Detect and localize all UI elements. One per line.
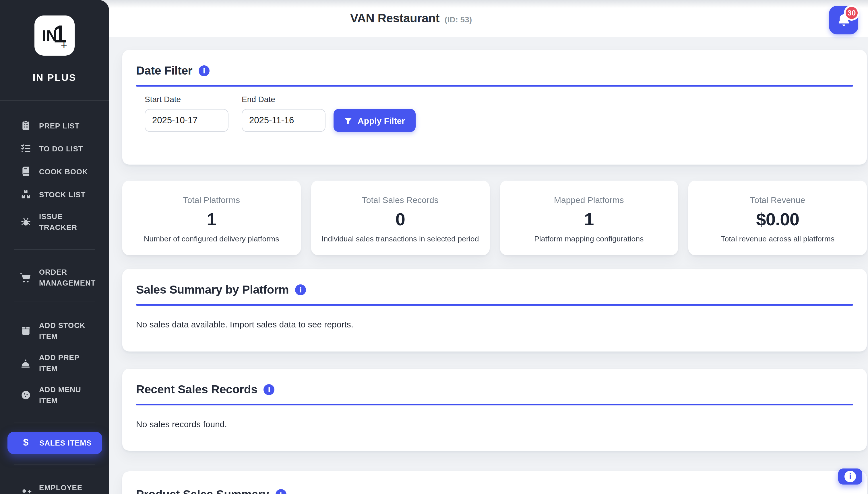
logo-plus: +: [61, 39, 67, 52]
brand-name: IN PLUS: [33, 72, 76, 84]
recent-sales-empty-text: No sales records found.: [136, 419, 853, 429]
sidebar-item-label: ISSUE TRACKER: [39, 211, 99, 233]
notifications-button[interactable]: 30: [829, 6, 858, 34]
sidebar-item-add-stock-item[interactable]: ADD STOCK ITEM: [0, 315, 109, 347]
stat-label: Total Revenue: [750, 195, 805, 205]
title-underline: [136, 85, 853, 87]
app-root: VAN Restaurant (ID: 53) 30 Date Filter i: [0, 0, 868, 494]
stat-description: Platform mapping configurations: [534, 234, 644, 243]
stat-label: Total Sales Records: [362, 195, 439, 205]
stat-label: Total Platforms: [183, 195, 240, 205]
stat-value: 0: [396, 209, 405, 230]
sidebar-item-stock-list[interactable]: STOCK LIST: [0, 183, 109, 206]
info-icon: i: [845, 471, 856, 482]
stat-value: 1: [584, 209, 594, 230]
divider: [14, 249, 95, 250]
stat-value: 1: [207, 209, 216, 230]
sidebar-item-label: EMPLOYEE MANAGEMENT: [39, 482, 99, 494]
sidebar-item-label: ORDER MANAGEMENT: [39, 267, 99, 288]
recent-sales-title: Recent Sales Records: [136, 382, 257, 396]
info-icon[interactable]: i: [264, 384, 275, 395]
sidebar-item-employee-management[interactable]: EMPLOYEE MANAGEMENT: [0, 477, 109, 494]
sidebar-item-label: STOCK LIST: [39, 189, 99, 200]
title-underline: [136, 304, 853, 306]
list-check-icon: [19, 143, 32, 154]
sidebar-item-prep-list[interactable]: PREP LIST: [0, 114, 109, 137]
stat-card-total-revenue: Total Revenue $0.00 Total revenue across…: [689, 180, 867, 255]
cookie-icon: [19, 390, 32, 401]
end-date-input[interactable]: [242, 109, 325, 132]
stat-description: Total revenue across all platforms: [721, 234, 834, 243]
stat-description: Number of configured delivery platforms: [144, 234, 279, 243]
sidebar-item-label: COOK BOOK: [39, 166, 99, 177]
top-header: VAN Restaurant (ID: 53) 30: [0, 0, 868, 37]
info-fab[interactable]: i: [838, 468, 862, 484]
app-logo[interactable]: IN 1 +: [34, 16, 75, 56]
restaurant-name: VAN Restaurant: [350, 12, 439, 25]
sidebar-item-label: ADD PREP ITEM: [39, 352, 99, 374]
sidebar-item-add-prep-item[interactable]: ADD PREP ITEM: [0, 347, 109, 379]
recent-sales-card: Recent Sales Records i No sales records …: [122, 369, 867, 451]
sales-summary-title: Sales Summary by Platform: [136, 283, 289, 297]
notification-count-badge: 30: [844, 5, 860, 21]
sidebar-item-label: ADD MENU ITEM: [39, 384, 99, 406]
package-icon: [19, 325, 32, 337]
info-icon[interactable]: i: [199, 65, 210, 76]
divider: [14, 463, 95, 464]
start-date-label: Start Date: [145, 95, 229, 104]
info-icon[interactable]: i: [295, 284, 306, 295]
product-summary-card: Product Sales Summary i: [122, 471, 867, 494]
bug-icon: [19, 216, 32, 228]
apply-filter-label: Apply Filter: [358, 116, 405, 125]
sidebar-item-issue-tracker[interactable]: ISSUE TRACKER: [0, 206, 109, 238]
stat-card-mapped-platforms: Mapped Platforms 1 Platform mapping conf…: [500, 180, 678, 255]
title-underline: [136, 404, 853, 405]
stat-value: $0.00: [756, 209, 799, 230]
sidebar-item-order-management[interactable]: ORDER MANAGEMENT: [0, 262, 109, 293]
stat-description: Individual sales transactions in selecte…: [322, 234, 479, 243]
dollar-icon: $: [20, 437, 32, 449]
sidebar-nav: PREP LIST TO DO LIST: [0, 101, 109, 494]
sidebar-item-label: PREP LIST: [39, 120, 99, 131]
book-icon: [19, 166, 32, 177]
sales-summary-empty-text: No sales data available. Import sales da…: [136, 319, 853, 329]
start-date-input[interactable]: [145, 109, 229, 132]
sidebar-item-label: SALES ITEMS: [39, 438, 92, 449]
sidebar: IN 1 + IN PLUS PREP LIST: [0, 0, 109, 494]
sidebar-item-cook-book[interactable]: COOK BOOK: [0, 160, 109, 183]
info-icon[interactable]: i: [275, 489, 286, 494]
date-filter-title: Date Filter: [136, 64, 192, 77]
apply-filter-button[interactable]: Apply Filter: [333, 109, 415, 132]
page-title: VAN Restaurant (ID: 53): [350, 12, 472, 25]
cloche-icon: [19, 357, 32, 369]
clipboard-icon: [19, 120, 32, 131]
main-content: Date Filter i Start Date End Date: [0, 37, 868, 494]
sidebar-item-to-do-list[interactable]: TO DO LIST: [0, 137, 109, 160]
sidebar-item-label: ADD STOCK ITEM: [39, 320, 99, 342]
boxes-icon: [19, 189, 32, 200]
person-plus-icon: [19, 487, 32, 494]
product-summary-title: Product Sales Summary: [136, 488, 269, 494]
cart-icon: [19, 271, 32, 284]
date-filter-card: Date Filter i Start Date End Date: [122, 50, 867, 165]
divider: [14, 423, 95, 423]
divider: [14, 302, 95, 302]
logo-block: IN 1 + IN PLUS: [0, 0, 109, 101]
sidebar-item-sales-items[interactable]: $ SALES ITEMS: [7, 432, 102, 454]
stats-row: Total Platforms 1 Number of configured d…: [122, 180, 867, 255]
restaurant-id: (ID: 53): [445, 15, 472, 24]
stat-label: Mapped Platforms: [554, 195, 624, 205]
sales-summary-card: Sales Summary by Platform i No sales dat…: [122, 269, 867, 352]
funnel-icon: [344, 116, 352, 125]
stat-card-total-platforms: Total Platforms 1 Number of configured d…: [122, 180, 301, 255]
sidebar-item-label: TO DO LIST: [39, 143, 99, 154]
stat-card-total-sales-records: Total Sales Records 0 Individual sales t…: [311, 180, 490, 255]
sidebar-item-add-menu-item[interactable]: ADD MENU ITEM: [0, 379, 109, 411]
end-date-label: End Date: [242, 95, 325, 104]
